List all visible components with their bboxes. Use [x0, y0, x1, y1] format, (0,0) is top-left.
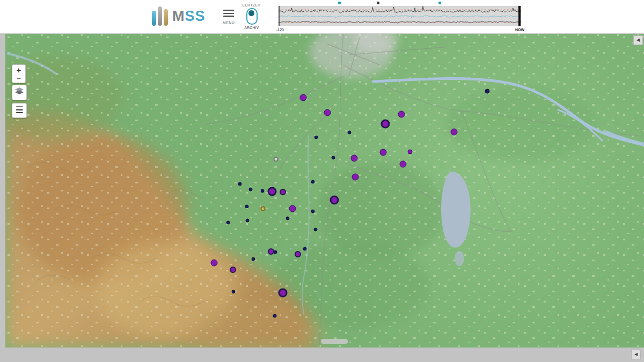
timeline-event-marker[interactable] [438, 2, 441, 4]
timeline-chart[interactable] [279, 6, 521, 26]
station-marker[interactable] [280, 189, 286, 195]
station-marker[interactable] [324, 109, 331, 116]
station-marker[interactable] [245, 205, 249, 209]
station-list-button[interactable]: ☰ [12, 103, 27, 118]
station-marker[interactable] [381, 120, 390, 129]
station-marker[interactable] [380, 149, 387, 156]
menu-button[interactable]: MENÜ [220, 8, 237, 25]
station-marker[interactable] [286, 217, 290, 220]
app-title-suffix: SS [185, 8, 206, 24]
timeline-bg [279, 6, 521, 26]
zoom-in-button[interactable]: + [12, 65, 25, 76]
station-marker[interactable] [230, 267, 236, 273]
app-title: MSS [172, 8, 206, 25]
map-canvas[interactable]: + − ☰ [5, 33, 644, 348]
station-marker[interactable] [252, 257, 255, 261]
station-marker[interactable] [348, 131, 352, 135]
station-marker[interactable] [226, 221, 230, 225]
map-scale [321, 339, 348, 344]
app-root: { "header": { "brand": {"prefix": "M", "… [0, 0, 644, 362]
layers-icon [14, 87, 24, 95]
zoom-out-button[interactable]: − [12, 76, 25, 83]
archive-label: ARCHIV [239, 26, 264, 29]
station-marker[interactable] [352, 174, 359, 181]
station-marker[interactable] [246, 219, 250, 223]
station-marker[interactable] [295, 251, 301, 257]
station-marker[interactable] [274, 250, 277, 254]
station-marker[interactable] [261, 189, 265, 193]
station-marker[interactable] [261, 206, 266, 211]
station-marker[interactable] [303, 247, 307, 251]
station-marker[interactable] [314, 136, 318, 139]
station-marker[interactable] [485, 89, 490, 94]
station-marker[interactable] [451, 129, 458, 136]
station-marker[interactable] [273, 314, 277, 318]
logo-bars-icon [152, 6, 168, 26]
timeline-left-label: -120 [276, 28, 284, 32]
station-marker[interactable] [398, 111, 405, 118]
layers-button[interactable] [12, 85, 27, 100]
timeline-event-marker[interactable] [338, 2, 341, 4]
app-logo[interactable]: MSS [152, 6, 206, 26]
station-marker[interactable] [274, 157, 279, 162]
station-marker[interactable] [289, 205, 296, 212]
collapse-bottom-panel-button[interactable]: ◀ [631, 350, 641, 359]
collapse-right-panel-button[interactable]: ◀ [633, 35, 643, 45]
timeline-event-marker[interactable] [377, 2, 379, 4]
station-marker[interactable] [400, 161, 407, 168]
station-marker[interactable] [249, 188, 253, 191]
station-marker[interactable] [300, 94, 307, 101]
station-marker[interactable] [314, 228, 318, 232]
toggle-knob-icon [248, 10, 254, 16]
station-marker[interactable] [211, 260, 218, 267]
mode-toggle-group: ECHTZEIT ARCHIV [239, 3, 264, 29]
timeline-strip[interactable]: -120 NOW [279, 6, 521, 26]
zoom-control: + − [12, 64, 26, 83]
station-marker[interactable] [330, 196, 339, 205]
menu-label: MENÜ [220, 21, 237, 25]
station-marker[interactable] [279, 289, 288, 298]
station-marker[interactable] [311, 180, 315, 184]
top-bar: MSS MENÜ ECHTZEIT ARCHIV -120 NOW [0, 0, 644, 34]
station-marker[interactable] [232, 290, 236, 294]
station-marker[interactable] [238, 182, 242, 186]
station-marker[interactable] [268, 187, 277, 196]
timeline-now-bar[interactable] [518, 6, 521, 26]
mode-toggle[interactable] [246, 8, 258, 25]
realtime-label: ECHTZEIT [239, 3, 264, 7]
station-marker[interactable] [351, 155, 358, 162]
list-icon: ☰ [15, 105, 23, 115]
station-marker[interactable] [332, 156, 335, 160]
station-marker[interactable] [408, 150, 413, 154]
hamburger-icon [223, 8, 234, 19]
timeline-right-label: NOW [515, 28, 524, 32]
app-title-prefix: M [172, 8, 185, 24]
station-marker[interactable] [311, 210, 315, 213]
terrain-layer [5, 33, 644, 348]
